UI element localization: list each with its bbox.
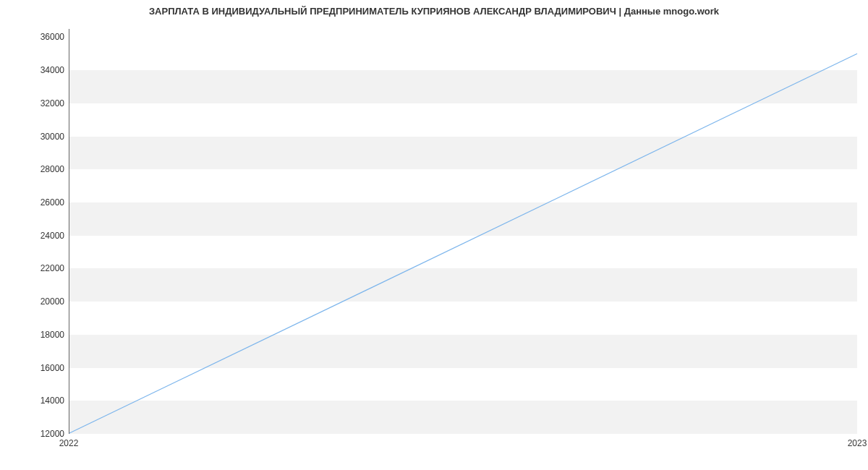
y-tick-label: 12000 xyxy=(41,429,64,439)
chart-title: ЗАРПЛАТА В ИНДИВИДУАЛЬНЫЙ ПРЕДПРИНИМАТЕЛ… xyxy=(0,6,868,17)
series-line xyxy=(69,54,857,433)
y-tick-label: 30000 xyxy=(41,132,64,142)
y-tick-label: 22000 xyxy=(41,263,64,273)
y-tick-label: 14000 xyxy=(41,396,64,406)
x-tick-label: 2022 xyxy=(59,438,79,448)
y-tick-label: 32000 xyxy=(41,98,64,108)
x-tick-label: 2023 xyxy=(848,438,867,448)
x-axis: 20222023 xyxy=(69,436,857,458)
y-tick-label: 20000 xyxy=(41,296,64,307)
y-tick-label: 16000 xyxy=(41,363,64,373)
y-axis: 1200014000160001800020000220002400026000… xyxy=(0,29,67,434)
y-tick-label: 36000 xyxy=(41,32,64,42)
y-tick-label: 26000 xyxy=(41,197,64,208)
y-tick-label: 28000 xyxy=(41,164,64,174)
plot-area xyxy=(69,29,857,434)
y-tick-label: 34000 xyxy=(41,65,64,75)
line-layer xyxy=(69,29,857,433)
chart-container: ЗАРПЛАТА В ИНДИВИДУАЛЬНЫЙ ПРЕДПРИНИМАТЕЛ… xyxy=(0,0,868,470)
y-tick-label: 24000 xyxy=(41,231,64,241)
y-tick-label: 18000 xyxy=(41,330,64,340)
